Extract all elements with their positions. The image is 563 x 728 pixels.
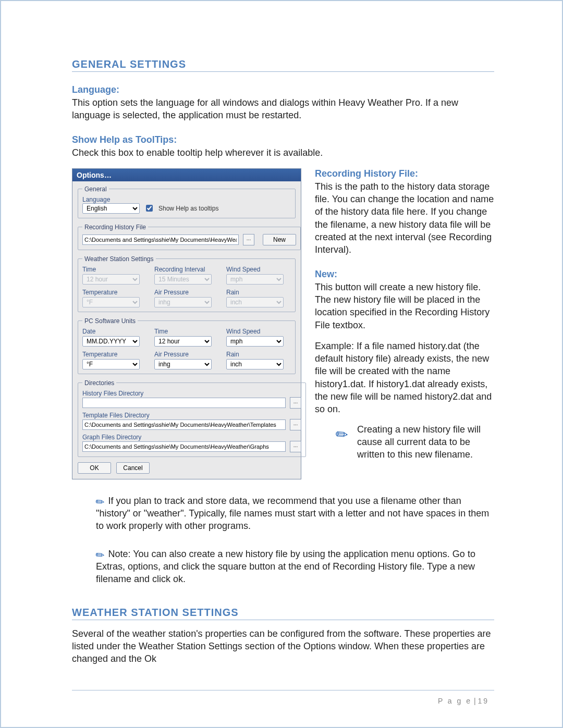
- pc-wind-label: Wind Speed: [226, 328, 291, 335]
- options-window: Options… General Language English Show H…: [72, 168, 301, 479]
- pc-pressure-label: Air Pressure: [154, 351, 219, 358]
- history-dir-label: History Files Directory: [82, 390, 301, 397]
- pushpin-icon: ✎: [93, 494, 107, 509]
- legend-recording-history: Recording History File: [82, 224, 148, 231]
- ws-time-label: Time: [82, 266, 147, 273]
- ws-wind-label: Wind Speed: [226, 266, 291, 273]
- ws-pressure-select[interactable]: inhg: [154, 297, 212, 307]
- legend-ws-settings: Weather Station Settings: [82, 255, 156, 263]
- pc-date-label: Date: [82, 328, 147, 335]
- legend-general: General: [82, 186, 109, 193]
- pc-temp-select[interactable]: °F: [82, 359, 140, 369]
- ws-rain-label: Rain: [226, 289, 291, 296]
- pc-temp-label: Temperature: [82, 351, 147, 358]
- page-footer: P a g e | 19: [438, 697, 489, 705]
- cancel-button[interactable]: Cancel: [116, 462, 150, 474]
- paragraph-ws-settings: Several of the weather station's propert…: [72, 627, 494, 665]
- pc-date-select[interactable]: MM.DD.YYYY: [82, 336, 140, 347]
- footer-divider: [72, 690, 494, 690]
- language-select[interactable]: English: [82, 203, 140, 214]
- ws-temp-select[interactable]: °F: [82, 297, 140, 307]
- pc-time-select[interactable]: 12 hour: [154, 336, 212, 347]
- history-dir-browse-button[interactable]: ...: [290, 397, 301, 409]
- legend-pc-units: PC Software Units: [82, 317, 138, 325]
- ok-button[interactable]: OK: [78, 462, 111, 474]
- paragraph-note-filename: If you plan to track and store data, we …: [96, 496, 489, 532]
- pc-pressure-select[interactable]: inhg: [154, 359, 212, 369]
- show-help-text: Show Help as tooltips: [158, 205, 218, 212]
- subheading-language: Language:: [72, 84, 494, 95]
- show-help-checkbox[interactable]: [146, 205, 153, 212]
- fieldset-pc-units: PC Software Units Date MM.DD.YYYY Time 1…: [78, 317, 296, 374]
- footer-sep: |: [472, 697, 478, 705]
- recording-history-browse-button[interactable]: ...: [243, 234, 254, 245]
- graph-dir-label: Graph Files Directory: [82, 434, 301, 441]
- paragraph-language: This option sets the language for all wi…: [72, 96, 494, 122]
- pushpin-icon: ✎: [93, 547, 107, 562]
- template-dir-browse-button[interactable]: ...: [290, 419, 301, 430]
- pc-wind-select[interactable]: mph: [226, 336, 284, 347]
- fieldset-ws-settings: Weather Station Settings Time 12 hour Re…: [78, 255, 296, 312]
- graph-dir-input[interactable]: [82, 441, 286, 452]
- heading-general-settings: GENERAL SETTINGS: [72, 58, 494, 72]
- paragraph-example: Example: If a file named history.dat (th…: [315, 340, 494, 416]
- template-dir-input[interactable]: [82, 419, 286, 430]
- ws-interval-label: Recording Interval: [154, 266, 219, 273]
- history-dir-input[interactable]: [82, 398, 286, 408]
- pushpin-icon: ✎: [332, 424, 352, 445]
- fieldset-directories: Directories History Files Directory ... …: [78, 379, 306, 457]
- ws-wind-select[interactable]: mph: [226, 274, 284, 285]
- window-titlebar: Options…: [72, 169, 301, 181]
- ws-time-select[interactable]: 12 hour: [82, 274, 140, 285]
- pc-rain-select[interactable]: inch: [226, 359, 284, 369]
- subheading-new: New:: [315, 269, 494, 280]
- ws-rain-select[interactable]: inch: [226, 297, 284, 307]
- fieldset-recording-history: Recording History File ... New: [78, 224, 301, 250]
- new-button[interactable]: New: [263, 234, 296, 245]
- paragraph-note-menu: Note: You can also create a new history …: [96, 549, 475, 585]
- ws-pressure-label: Air Pressure: [154, 289, 219, 296]
- subheading-recording-history: Recording History File:: [315, 168, 494, 179]
- template-dir-label: Template Files Directory: [82, 412, 301, 419]
- show-help-checkbox-label[interactable]: Show Help as tooltips: [144, 203, 218, 213]
- graph-dir-browse-button[interactable]: ...: [290, 441, 301, 452]
- heading-weather-station-settings: WEATHER STATION SETTINGS: [72, 607, 494, 620]
- footer-page-number: 19: [478, 697, 489, 705]
- legend-directories: Directories: [82, 379, 116, 387]
- paragraph-show-help: Check this box to enable tooltip help wh…: [72, 146, 494, 159]
- pc-rain-label: Rain: [226, 351, 291, 358]
- label-language: Language: [82, 196, 291, 203]
- pc-time-label: Time: [154, 328, 219, 335]
- paragraph-recording-history: This is the path to the history data sto…: [315, 180, 494, 256]
- ws-temp-label: Temperature: [82, 289, 147, 296]
- ws-interval-select[interactable]: 15 Minutes: [154, 274, 212, 285]
- subheading-show-help: Show Help as ToolTips:: [72, 134, 494, 145]
- paragraph-note-create: Creating a new history file will cause a…: [357, 423, 494, 461]
- fieldset-general: General Language English Show Help as to…: [78, 186, 296, 218]
- paragraph-new: This button will create a new history fi…: [315, 281, 494, 331]
- footer-page-label: P a g e: [438, 697, 472, 705]
- recording-history-input[interactable]: [82, 235, 239, 245]
